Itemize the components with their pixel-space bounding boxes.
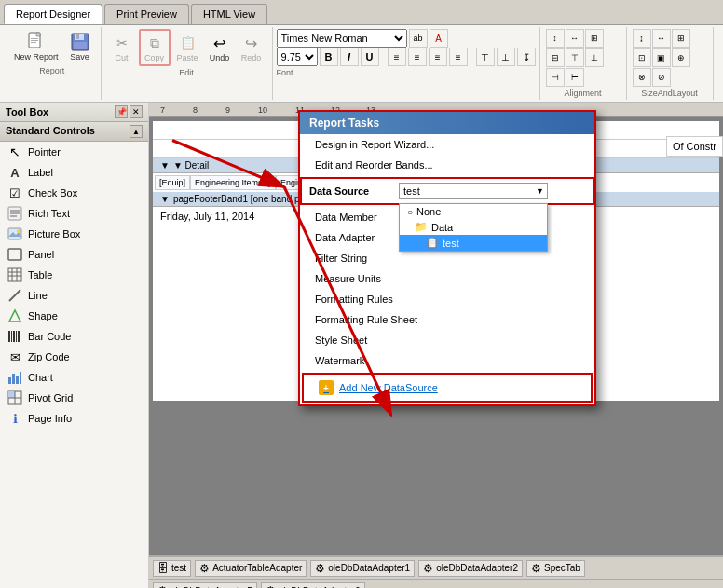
status-oldb2[interactable]: ⚙ oleDbDataAdapter2 — [418, 560, 523, 577]
toolbox-item-line[interactable]: Line — [0, 285, 148, 306]
toolbox-close-button[interactable]: ✕ — [130, 105, 143, 118]
layout-btn-6[interactable]: ⊕ — [672, 48, 690, 67]
size-btn-2[interactable]: ↔ — [566, 29, 584, 48]
dropdown-item-none[interactable]: ○ None — [400, 204, 547, 219]
paste-button[interactable]: Paste — [172, 30, 203, 65]
layout-btn-7[interactable]: ⊗ — [633, 68, 651, 87]
richtext-icon — [7, 206, 22, 221]
svg-rect-27 — [18, 331, 20, 342]
svg-rect-1 — [31, 38, 38, 39]
size-btn-1[interactable]: ↕ — [546, 29, 565, 48]
size-btn-3[interactable]: ⊞ — [585, 29, 604, 48]
size-btn-8[interactable]: ⊢ — [566, 68, 584, 87]
layout-btn-5[interactable]: ▣ — [652, 48, 671, 67]
underline-button[interactable]: U — [361, 48, 379, 66]
toolbox-item-pointer[interactable]: ↖ Pointer — [0, 142, 148, 162]
align-center-button[interactable]: ≡ — [408, 48, 427, 66]
data-source-dropdown-list: ○ None 📁 Data 📋 test — [399, 203, 548, 252]
layout-btn-1[interactable]: ↨ — [633, 29, 651, 48]
data-source-select[interactable]: test ▼ — [399, 183, 548, 199]
dropdown-item-data[interactable]: 📁 Data — [400, 219, 547, 235]
chart-label: Chart — [28, 372, 53, 383]
toolbox-item-shape[interactable]: Shape — [0, 306, 148, 326]
field-engineering-items-q[interactable]: Engineering Items Q — [190, 175, 276, 190]
toolbox-item-barcode[interactable]: Bar Code — [0, 326, 148, 347]
svg-rect-15 — [8, 249, 21, 260]
pageinfo-label: Page Info — [28, 413, 72, 424]
svg-rect-31 — [20, 372, 21, 384]
dropdown-item-test[interactable]: 📋 test — [400, 235, 547, 251]
new-icon — [26, 32, 47, 52]
shape-icon — [7, 308, 22, 323]
size-btn-5[interactable]: ⊤ — [566, 48, 584, 67]
redo-button[interactable]: Redo — [237, 30, 266, 65]
layout-btn-2[interactable]: ↔ — [652, 29, 671, 48]
status-oldb6[interactable]: ⚙ oleDbDataAdapter6 — [261, 582, 365, 588]
size-btn-6[interactable]: ⊥ — [585, 48, 604, 67]
toolbox-item-zipcode[interactable]: ✉ Zip Code — [0, 347, 148, 367]
status-actuator[interactable]: ⚙ ActuatorTableAdapter — [195, 560, 307, 577]
new-report-button[interactable]: New Report — [9, 29, 63, 64]
field-equip[interactable]: [Equip] — [155, 175, 190, 190]
menu-formatting[interactable]: Formatting Rules — [300, 289, 594, 309]
font-name-select[interactable]: Times New Roman Arial Courier New — [277, 29, 407, 48]
status-oldb1[interactable]: ⚙ oleDbDataAdapter1 — [310, 560, 415, 577]
menu-stylesheet[interactable]: Style Sheet — [300, 330, 594, 350]
toolbox-item-pivotgrid[interactable]: Pivot Grid — [0, 388, 148, 408]
toolbox-item-chart[interactable]: Chart — [0, 367, 148, 388]
toolbox-item-panel[interactable]: Panel — [0, 244, 148, 265]
size-btn-7[interactable]: ⊣ — [546, 68, 565, 87]
font-color-button[interactable]: A — [430, 29, 448, 48]
layout-btn-4[interactable]: ⊡ — [633, 48, 651, 67]
tab-report-designer[interactable]: Report Designer — [4, 4, 102, 24]
font-ab-button[interactable]: ab — [409, 29, 428, 48]
cut-button[interactable]: Cut — [107, 30, 137, 65]
menu-rulesheet[interactable]: Formatting Rule Sheet — [300, 309, 594, 330]
menu-measure[interactable]: Measure Units — [300, 268, 594, 289]
svg-marker-22 — [9, 310, 20, 321]
layout-btn-8[interactable]: ⊘ — [652, 68, 671, 87]
add-new-datasource-button[interactable]: + Add New DataSource — [304, 375, 591, 401]
toolbox-item-label[interactable]: A Label — [0, 162, 148, 183]
status-test[interactable]: 🗄 test — [153, 560, 191, 577]
checkbox-icon: ☑ — [7, 185, 22, 200]
toolbox-item-pageinfo[interactable]: ℹ Page Info — [0, 408, 148, 429]
pivotgrid-icon — [7, 390, 22, 405]
toolbox-item-table[interactable]: Table — [0, 265, 148, 285]
toolbox-pin-button[interactable]: 📌 — [115, 105, 128, 118]
data-source-dropdown-wrapper: test ▼ ○ None 📁 Data — [399, 183, 548, 199]
toolbox-item-checkbox[interactable]: ☑ Check Box — [0, 183, 148, 203]
pointer-label: Pointer — [28, 146, 61, 157]
toolbox-panel: Tool Box 📌 ✕ Standard Controls ▲ ↖ Point… — [0, 103, 149, 588]
menu-watermark[interactable]: Watermark — [300, 350, 594, 371]
toolbox-section-label: Standard Controls — [6, 125, 95, 138]
tab-print-preview[interactable]: Print Preview — [104, 4, 189, 24]
layout-btn-3[interactable]: ⊞ — [672, 29, 690, 48]
status-spectab[interactable]: ⚙ SpecTab — [526, 560, 585, 577]
size-btn-4[interactable]: ⊟ — [546, 48, 565, 67]
data-folder-icon: 📁 — [415, 221, 428, 233]
bold-button[interactable]: B — [320, 48, 338, 66]
tab-html-view[interactable]: HTML View — [191, 4, 267, 24]
save-button[interactable]: Save — [65, 29, 95, 64]
copy-button[interactable]: Copy — [139, 29, 171, 66]
menu-bands[interactable]: Edit and Reorder Bands... — [300, 155, 594, 175]
italic-button[interactable]: I — [340, 48, 359, 66]
detail-label: ▼ Detail — [173, 160, 209, 171]
menu-wizard[interactable]: Design in Report Wizard... — [300, 134, 594, 155]
align-justify-button[interactable]: ≡ — [449, 48, 468, 66]
status-oldb5[interactable]: ⚙ oleDbDataAdapter5 — [153, 582, 257, 588]
font-size-select[interactable]: 9.75 8 10 12 — [277, 48, 318, 66]
toolbox-item-picturebox[interactable]: Picture Box — [0, 224, 148, 244]
align-right-button[interactable]: ≡ — [429, 48, 447, 66]
status-adapter-icon-1: ⚙ — [199, 562, 210, 575]
copy-icon — [144, 33, 165, 53]
toolbox-scroll-up[interactable]: ▲ — [130, 125, 143, 138]
undo-button[interactable]: Undo — [205, 30, 235, 65]
align-middle-button[interactable]: ⊥ — [497, 48, 515, 66]
paste-label: Paste — [177, 53, 198, 62]
toolbox-item-richtext[interactable]: Rich Text — [0, 203, 148, 224]
align-left-button[interactable]: ≡ — [388, 48, 406, 66]
align-bottom-button[interactable]: ↧ — [517, 48, 536, 66]
align-top-button[interactable]: ⊤ — [476, 48, 495, 66]
